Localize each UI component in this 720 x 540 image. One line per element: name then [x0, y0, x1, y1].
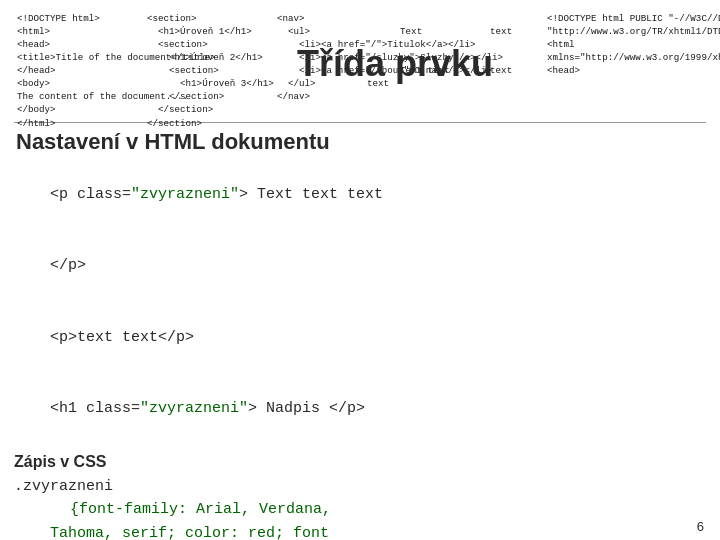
- top-layout: <!DOCTYPE html> <html> <head> <title>Tit…: [14, 10, 706, 118]
- css-block: .zvyrazneni {font-family: Arial, Verdana…: [14, 475, 706, 540]
- code-h1-open: <h1 class=: [50, 400, 140, 417]
- col5-text: text text: [454, 10, 544, 118]
- code-p-text: <p>text text</p>: [50, 329, 194, 346]
- code-class-highlight-2: "zvyrazneni": [140, 400, 248, 417]
- col4-text-code: Text text text: [367, 65, 450, 89]
- col6-right-code: <!DOCTYPE html PUBLIC "-//W3C//DTD XHTML…: [544, 10, 664, 118]
- col4-text-label: Text: [400, 26, 422, 37]
- lower-section: Zápis v CSS .zvyrazneni {font-family: Ar…: [14, 453, 706, 540]
- page-container: <!DOCTYPE html> <html> <head> <title>Tit…: [0, 0, 720, 540]
- col5-text-label: text: [490, 26, 512, 37]
- col2-code: <section> <h1>Úroveň 1</h1> <section> <h…: [144, 10, 274, 118]
- code-class-highlight-1: "zvyrazneni": [131, 186, 239, 203]
- code-open-p: <p class=: [50, 186, 131, 203]
- code-rest-1: > Text text text: [239, 186, 383, 203]
- col4-text: Text Text text text: [364, 10, 454, 118]
- sub-heading: Nastavení v HTML dokumentu: [16, 129, 706, 155]
- code-line-2: </p>: [14, 233, 706, 301]
- code-line-1: <p class="zvyrazneni"> Text text text: [14, 161, 706, 229]
- lower-title: Zápis v CSS: [14, 453, 706, 471]
- col3-nav-code: <nav> <ul> <li><a href="/">Titulok</a></…: [274, 10, 364, 118]
- col1-code: <!DOCTYPE html> <html> <head> <title>Tit…: [14, 10, 144, 118]
- code-h1-rest: > Nadpis </p>: [248, 400, 365, 417]
- css-properties: {font-family: Arial, Verdana, Tahoma, se…: [14, 501, 331, 540]
- css-selector: .zvyrazneni: [14, 478, 113, 495]
- code-close-p: </p>: [50, 257, 86, 274]
- col5-text-code: text: [490, 65, 512, 76]
- page-number: 6: [697, 519, 704, 534]
- code-line-3: <p>text text</p>: [14, 304, 706, 372]
- code-line-4: <h1 class="zvyrazneni"> Nadpis </p>: [14, 376, 706, 444]
- section-divider: [14, 122, 706, 123]
